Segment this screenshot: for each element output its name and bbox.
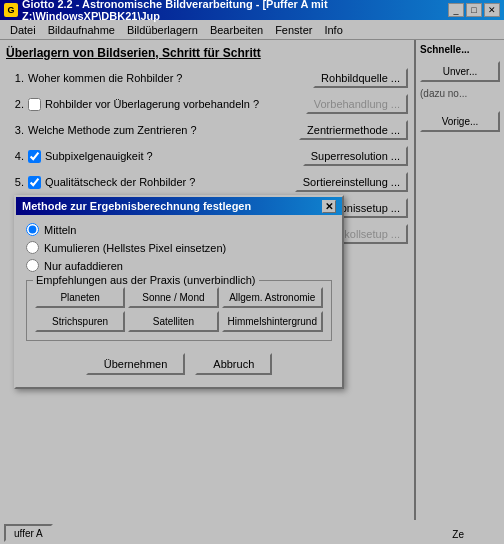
- modal-dialog: Methode zur Ergebnisberechnung festlegen…: [14, 195, 344, 389]
- menu-fenster[interactable]: Fenster: [269, 22, 318, 38]
- close-button[interactable]: ✕: [484, 3, 500, 17]
- radio-input-aufaddieren[interactable]: [26, 259, 39, 272]
- menu-bilduberlagern[interactable]: Bildüberlagern: [121, 22, 204, 38]
- menu-bearbeiten[interactable]: Bearbeiten: [204, 22, 269, 38]
- title-bar: G Giotto 2.2 - Astronomische Bildverarbe…: [0, 0, 504, 20]
- btn-sonne-mond[interactable]: Sonne / Mond: [128, 287, 218, 308]
- right-note: (dazu no...: [420, 88, 500, 99]
- modal-title-bar: Methode zur Ergebnisberechnung festlegen…: [16, 197, 342, 215]
- unver-button[interactable]: Unver...: [420, 61, 500, 82]
- right-panel: Schnelle... Unver... (dazu no... Vorige.…: [414, 40, 504, 544]
- cancel-button[interactable]: Abbruch: [195, 353, 272, 375]
- group-box-title: Empfehlungen aus der Praxis (unverbindli…: [33, 274, 259, 286]
- btn-himmelshintergrund[interactable]: Himmelshintergrund: [222, 311, 323, 332]
- modal-overlay: Methode zur Ergebnisberechnung festlegen…: [0, 40, 414, 544]
- recommendation-buttons: Planeten Sonne / Mond Allgem. Astronomie…: [35, 287, 323, 332]
- taskbar-buffer-btn[interactable]: uffer A: [4, 524, 53, 542]
- menu-datei[interactable]: Datei: [4, 22, 42, 38]
- radio-group: Mitteln Kumulieren (Hellstes Pixel einse…: [26, 223, 332, 272]
- window-controls: _ □ ✕: [448, 3, 500, 17]
- window-title: Giotto 2.2 - Astronomische Bildverarbeit…: [22, 0, 444, 22]
- radio-input-kumulieren[interactable]: [26, 241, 39, 254]
- right-section-title: Schnelle...: [420, 44, 500, 55]
- minimize-button[interactable]: _: [448, 3, 464, 17]
- maximize-button[interactable]: □: [466, 3, 482, 17]
- radio-kumulieren[interactable]: Kumulieren (Hellstes Pixel einsetzen): [26, 241, 332, 254]
- menu-bar: Datei Bildaufnahme Bildüberlagern Bearbe…: [0, 20, 504, 40]
- modal-close-button[interactable]: ✕: [322, 200, 336, 213]
- modal-footer: Übernehmen Abbruch: [26, 349, 332, 379]
- btn-satelliten[interactable]: Satelliten: [128, 311, 218, 332]
- vorige-button[interactable]: Vorige...: [420, 111, 500, 132]
- menu-bildaufnahme[interactable]: Bildaufnahme: [42, 22, 121, 38]
- modal-content: Mitteln Kumulieren (Hellstes Pixel einse…: [16, 215, 342, 387]
- btn-strichspuren[interactable]: Strichspuren: [35, 311, 125, 332]
- menu-info[interactable]: Info: [318, 22, 348, 38]
- recommendations-group: Empfehlungen aus der Praxis (unverbindli…: [26, 280, 332, 341]
- wizard-panel: Überlagern von Bildserien, Schritt für S…: [0, 40, 414, 544]
- radio-input-mitteln[interactable]: [26, 223, 39, 236]
- ok-button[interactable]: Übernehmen: [86, 353, 186, 375]
- btn-planeten[interactable]: Planeten: [35, 287, 125, 308]
- app-icon: G: [4, 3, 18, 17]
- main-area: Überlagern von Bildserien, Schritt für S…: [0, 40, 504, 544]
- radio-mitteln[interactable]: Mitteln: [26, 223, 332, 236]
- modal-title: Methode zur Ergebnisberechnung festlegen: [22, 200, 322, 212]
- taskbar: uffer A Ze: [0, 520, 504, 544]
- btn-allgem-astronomie[interactable]: Allgem. Astronomie: [222, 287, 323, 308]
- radio-aufaddieren[interactable]: Nur aufaddieren: [26, 259, 332, 272]
- corner-label: Ze: [452, 529, 464, 540]
